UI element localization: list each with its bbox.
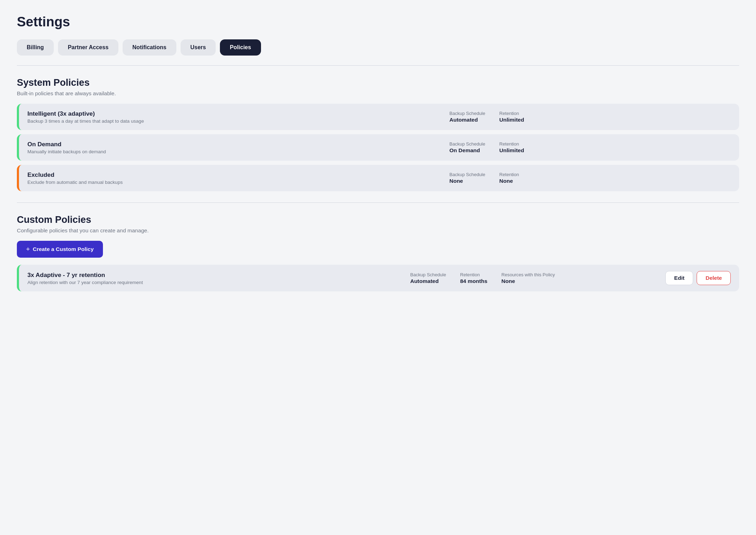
resources-block: Resources with this Policy None bbox=[501, 272, 555, 284]
policy-info: Excluded Exclude from automatic and manu… bbox=[27, 171, 449, 185]
system-policies-section: System Policies Built-in policies that a… bbox=[17, 77, 739, 191]
retention-block: Retention Unlimited bbox=[499, 141, 524, 154]
delete-policy-button[interactable]: Delete bbox=[697, 271, 731, 285]
retention-label: Retention bbox=[460, 272, 488, 277]
retention-value: 84 months bbox=[460, 278, 488, 284]
backup-schedule-block: Backup Schedule Automated bbox=[449, 111, 485, 123]
create-custom-policy-button[interactable]: + Create a Custom Policy bbox=[17, 241, 103, 258]
tab-policies[interactable]: Policies bbox=[220, 39, 261, 56]
policy-name: On Demand bbox=[27, 141, 449, 148]
policy-info: On Demand Manually initiate backups on d… bbox=[27, 141, 449, 154]
policy-name: Excluded bbox=[27, 171, 449, 179]
backup-schedule-label: Backup Schedule bbox=[410, 272, 446, 277]
policy-desc: Backup 3 times a day at times that adapt… bbox=[27, 118, 449, 124]
resources-value: None bbox=[501, 278, 515, 284]
retention-value: Unlimited bbox=[499, 117, 524, 123]
retention-block: Retention 84 months bbox=[460, 272, 488, 284]
page-title: Settings bbox=[17, 14, 739, 30]
backup-schedule-value: None bbox=[449, 178, 463, 184]
policy-info: 3x Adaptive - 7 yr retention Align reten… bbox=[27, 271, 410, 285]
retention-block: Retention None bbox=[499, 172, 519, 184]
policy-meta: Backup Schedule On Demand Retention Unli… bbox=[449, 141, 731, 154]
policy-meta: Backup Schedule Automated Retention Unli… bbox=[449, 111, 731, 123]
custom-policies-subtitle: Configurable policies that you can creat… bbox=[17, 227, 739, 234]
policy-actions: Edit Delete bbox=[665, 271, 731, 285]
tab-users[interactable]: Users bbox=[181, 39, 216, 56]
system-policy-card: Excluded Exclude from automatic and manu… bbox=[17, 165, 739, 191]
policy-name: 3x Adaptive - 7 yr retention bbox=[27, 271, 410, 279]
resources-label: Resources with this Policy bbox=[501, 272, 555, 277]
custom-policy-card: 3x Adaptive - 7 yr retention Align reten… bbox=[17, 265, 739, 291]
section-divider bbox=[17, 65, 739, 66]
policy-meta: Backup Schedule Automated Retention 84 m… bbox=[410, 272, 665, 284]
policy-name: Intelligent (3x adaptive) bbox=[27, 110, 449, 117]
backup-schedule-value: Automated bbox=[449, 117, 478, 123]
tab-notifications[interactable]: Notifications bbox=[123, 39, 176, 56]
backup-schedule-label: Backup Schedule bbox=[449, 172, 485, 177]
system-policy-list: Intelligent (3x adaptive) Backup 3 times… bbox=[17, 104, 739, 191]
backup-schedule-block: Backup Schedule On Demand bbox=[449, 141, 485, 154]
policy-desc: Exclude from automatic and manual backup… bbox=[27, 180, 449, 185]
system-policies-subtitle: Built-in policies that are always availa… bbox=[17, 90, 739, 97]
system-policies-title: System Policies bbox=[17, 77, 739, 88]
custom-policy-list: 3x Adaptive - 7 yr retention Align reten… bbox=[17, 265, 739, 291]
backup-schedule-block: Backup Schedule Automated bbox=[410, 272, 446, 284]
custom-policies-section: Custom Policies Configurable policies th… bbox=[17, 214, 739, 291]
custom-policies-title: Custom Policies bbox=[17, 214, 739, 225]
retention-label: Retention bbox=[499, 141, 524, 147]
retention-label: Retention bbox=[499, 111, 524, 116]
backup-schedule-block: Backup Schedule None bbox=[449, 172, 485, 184]
retention-label: Retention bbox=[499, 172, 519, 177]
backup-schedule-label: Backup Schedule bbox=[449, 111, 485, 116]
system-policy-card: On Demand Manually initiate backups on d… bbox=[17, 134, 739, 161]
backup-schedule-value: On Demand bbox=[449, 147, 480, 153]
policy-meta: Backup Schedule None Retention None bbox=[449, 172, 731, 184]
retention-value: None bbox=[499, 178, 513, 184]
tab-partner-access[interactable]: Partner Access bbox=[58, 39, 118, 56]
create-custom-policy-label: Create a Custom Policy bbox=[33, 246, 93, 252]
policy-desc: Align retention with our 7 year complian… bbox=[27, 280, 410, 285]
retention-block: Retention Unlimited bbox=[499, 111, 524, 123]
backup-schedule-label: Backup Schedule bbox=[449, 141, 485, 147]
backup-schedule-value: Automated bbox=[410, 278, 439, 284]
edit-policy-button[interactable]: Edit bbox=[665, 271, 693, 285]
section-divider-2 bbox=[17, 202, 739, 203]
policy-desc: Manually initiate backups on demand bbox=[27, 149, 449, 154]
system-policy-card: Intelligent (3x adaptive) Backup 3 times… bbox=[17, 104, 739, 130]
policy-info: Intelligent (3x adaptive) Backup 3 times… bbox=[27, 110, 449, 124]
plus-icon: + bbox=[26, 245, 30, 253]
retention-value: Unlimited bbox=[499, 147, 524, 153]
tabs-nav: BillingPartner AccessNotificationsUsersP… bbox=[17, 39, 739, 56]
tab-billing[interactable]: Billing bbox=[17, 39, 54, 56]
